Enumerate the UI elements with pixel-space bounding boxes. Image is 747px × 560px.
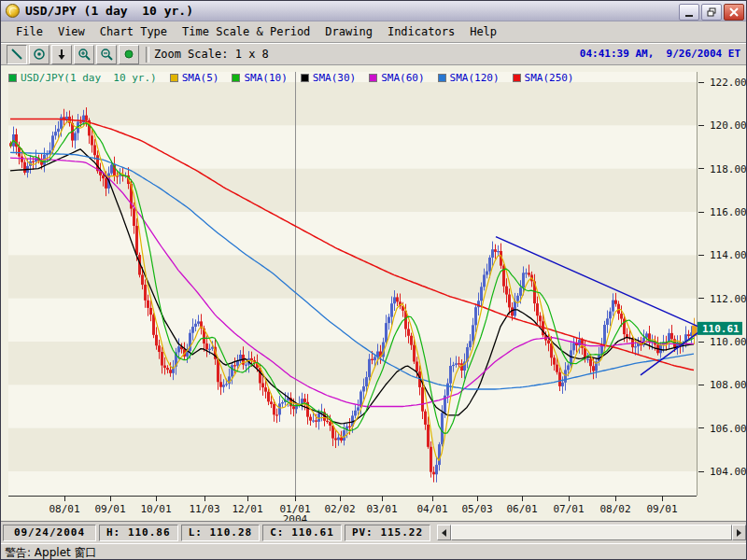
green-dot-icon [122,48,135,61]
svg-text:114.00: 114.00 [710,249,747,261]
zoom-scale-label: Zoom Scale: 1 x 8 [154,48,269,61]
svg-text:04/01: 04/01 [416,503,447,515]
menu-time-scale-period[interactable]: Time Scale & Period [175,23,317,40]
close-button[interactable] [724,4,744,21]
minimize-icon [685,15,693,17]
app-window: USD/JPY (1 day 10 yr.) File View Chart T… [0,0,747,560]
scrollbar-thumb[interactable] [451,525,732,540]
scroll-left-button[interactable] [437,525,451,540]
menu-help[interactable]: Help [462,23,504,40]
down-arrow-icon [55,48,68,61]
quote-close: C: 110.61 [262,525,342,541]
svg-text:112.00: 112.00 [710,293,747,305]
svg-text:106.00: 106.00 [710,423,747,435]
chart-area[interactable]: 122.00120.00118.00116.00114.00112.00110.… [1,64,747,521]
menu-indicators[interactable]: Indicators [380,23,462,40]
zoom-out-icon [100,48,113,61]
svg-text:05/03: 05/03 [461,503,492,515]
window-title: USD/JPY (1 day 10 yr.) [25,4,193,18]
close-icon [729,7,739,17]
svg-text:11/03: 11/03 [189,503,219,515]
marker-tool-button[interactable] [119,45,139,64]
restore-button[interactable] [701,4,722,21]
svg-text:09/01: 09/01 [94,503,125,515]
trendline-tool-button[interactable] [7,45,27,64]
svg-text:116.00: 116.00 [710,206,747,218]
toolbar-separator [146,47,149,63]
quote-pivot: PV: 115.22 [345,525,430,541]
down-arrow-tool-button[interactable] [51,45,72,64]
svg-text:120.00: 120.00 [710,119,747,132]
menu-chart-type[interactable]: Chart Type [92,23,175,40]
scroll-right-button[interactable] [732,525,746,540]
minimize-button[interactable] [679,4,699,21]
restore-icon [707,7,716,17]
coin-app-icon [6,4,20,18]
svg-text:08/01: 08/01 [49,503,79,515]
svg-text:110.61: 110.61 [702,323,740,335]
zoom-out-button[interactable] [96,45,117,64]
trendline-icon [10,48,23,61]
svg-text:02/02: 02/02 [324,503,355,515]
svg-text:06/01: 06/01 [506,503,537,515]
quote-date: 09/24/2004 [3,525,96,541]
quote-high: H: 110.86 [99,525,178,541]
zoom-in-icon [78,48,91,61]
menu-bar: File View Chart Type Time Scale & Period… [1,21,747,43]
svg-text:118.00: 118.00 [710,163,747,175]
svg-text:12/01: 12/01 [232,503,262,515]
quote-low: L: 110.28 [181,525,261,541]
zoom-in-button[interactable] [74,45,94,64]
svg-text:110.00: 110.00 [710,336,747,348]
svg-text:03/01: 03/01 [366,503,397,515]
status-bar: 警告: Applet 窗口 [1,543,747,560]
svg-text:07/01: 07/01 [553,503,584,515]
crosshair-tool-button[interactable] [29,45,49,64]
svg-text:108.00: 108.00 [710,379,747,391]
toolbar: Zoom Scale: 1 x 8 04:41:39 AM, 9/26/2004… [1,43,747,64]
menu-view[interactable]: View [50,23,92,40]
svg-text:09/01: 09/01 [646,503,677,515]
svg-text:08/02: 08/02 [599,503,630,515]
clock-text: 04:41:39 AM, 9/26/2004 ET [580,48,740,60]
dot-circle-icon [33,48,46,61]
quote-bar: 09/24/2004 H: 110.86 L: 110.28 C: 110.61… [1,521,747,543]
applet-warning-text: 警告: Applet 窗口 [5,545,97,560]
svg-text:104.00: 104.00 [710,466,747,478]
menu-drawing[interactable]: Drawing [317,23,380,40]
title-bar[interactable]: USD/JPY (1 day 10 yr.) [1,1,747,21]
price-chart[interactable]: 122.00120.00118.00116.00114.00112.00110.… [1,65,747,522]
svg-text:10/01: 10/01 [140,503,171,515]
menu-file[interactable]: File [8,23,50,40]
right-arrow-icon [737,529,741,537]
svg-text:122.00: 122.00 [710,77,747,89]
horizontal-scrollbar[interactable] [437,525,746,540]
left-arrow-icon [442,529,446,537]
